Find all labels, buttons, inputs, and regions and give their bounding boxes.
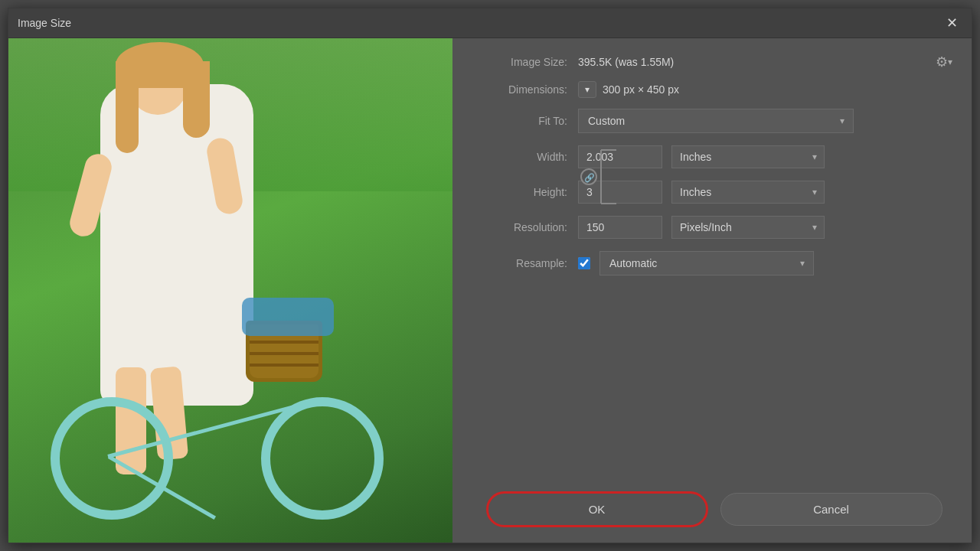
resolution-unit-select[interactable]: Pixels/Inch Pixels/Centimeter [671, 216, 825, 239]
image-preview [8, 38, 452, 543]
image-size-row: Image Size: 395.5K (was 1.55M) ⚙ ▾ [475, 54, 952, 70]
width-height-section: 🔗 Width: Inches Pixels Centimeters Perce… [475, 145, 952, 204]
controls-main: Image Size: 395.5K (was 1.55M) ⚙ ▾ Dimen… [475, 54, 952, 484]
fit-to-select[interactable]: Custom Original Size US Paper (8.5 x 11 … [578, 109, 854, 133]
dialog-title: Image Size [18, 17, 71, 29]
image-size-label: Image Size: [475, 56, 567, 68]
close-button[interactable]: ✕ [942, 15, 962, 31]
dimensions-value: 300 px × 450 px [603, 83, 679, 96]
preview-image [8, 38, 452, 543]
dimensions-row: Dimensions: ▾ 300 px × 450 px [475, 81, 952, 98]
dialog-body: Image Size: 395.5K (was 1.55M) ⚙ ▾ Dimen… [8, 38, 972, 543]
cancel-button[interactable]: Cancel [720, 493, 942, 526]
gear-icon-wrap: ⚙ ▾ [936, 54, 952, 70]
resample-checkbox[interactable] [578, 257, 590, 269]
resample-label: Resample: [475, 257, 567, 269]
height-label: Height: [514, 186, 567, 198]
width-label: Width: [514, 151, 567, 163]
controls-panel: Image Size: 395.5K (was 1.55M) ⚙ ▾ Dimen… [452, 38, 972, 543]
resolution-row: Resolution: Pixels/Inch Pixels/Centimete… [475, 216, 952, 239]
gear-arrow: ▾ [948, 57, 952, 67]
svg-text:🔗: 🔗 [584, 172, 595, 183]
dimensions-chevron[interactable]: ▾ [578, 81, 596, 98]
gear-icon[interactable]: ⚙ [936, 54, 948, 70]
fit-to-select-wrapper: Custom Original Size US Paper (8.5 x 11 … [578, 109, 854, 133]
image-size-value: 395.5K (was 1.55M) [578, 56, 674, 68]
height-unit-wrapper: Inches Pixels Centimeters Percent [671, 181, 825, 204]
ok-button[interactable]: OK [486, 491, 708, 527]
resolution-input[interactable] [578, 216, 662, 239]
image-size-dialog: Image Size ✕ [8, 8, 972, 543]
resolution-unit-wrapper: Pixels/Inch Pixels/Centimeter [671, 216, 825, 239]
resolution-label: Resolution: [475, 221, 567, 233]
dimensions-label: Dimensions: [475, 83, 567, 96]
width-unit-select[interactable]: Inches Pixels Centimeters Percent [671, 145, 825, 168]
height-unit-select[interactable]: Inches Pixels Centimeters Percent [671, 181, 825, 204]
buttons-row: OK Cancel [475, 484, 952, 527]
link-bracket-svg: 🔗 [578, 142, 620, 211]
height-row: Height: Inches Pixels Centimeters Percen… [475, 181, 952, 204]
width-row: Width: Inches Pixels Centimeters Percent [475, 145, 952, 168]
resample-select-wrapper: Automatic Preserve Details (enlargement)… [599, 251, 814, 276]
fit-to-label: Fit To: [475, 115, 567, 127]
title-bar: Image Size ✕ [8, 8, 972, 38]
fit-to-row: Fit To: Custom Original Size US Paper (8… [475, 109, 952, 133]
resample-select[interactable]: Automatic Preserve Details (enlargement)… [599, 251, 814, 276]
resample-row: Resample: Automatic Preserve Details (en… [475, 251, 952, 276]
resample-checkbox-wrap [578, 257, 590, 269]
width-unit-wrapper: Inches Pixels Centimeters Percent [671, 145, 825, 168]
